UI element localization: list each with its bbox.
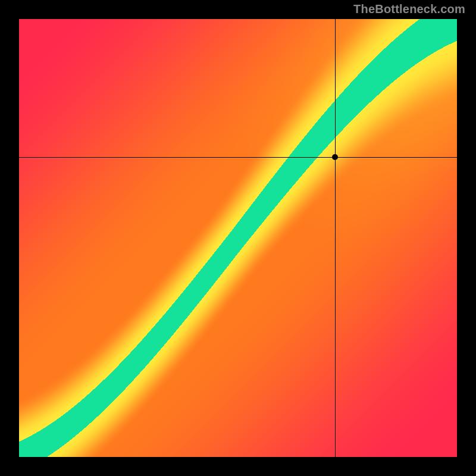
heatmap-canvas <box>19 19 457 457</box>
heatmap-plot[interactable] <box>19 19 457 457</box>
watermark-text: TheBottleneck.com <box>353 2 465 16</box>
chart-frame: TheBottleneck.com <box>0 0 476 476</box>
